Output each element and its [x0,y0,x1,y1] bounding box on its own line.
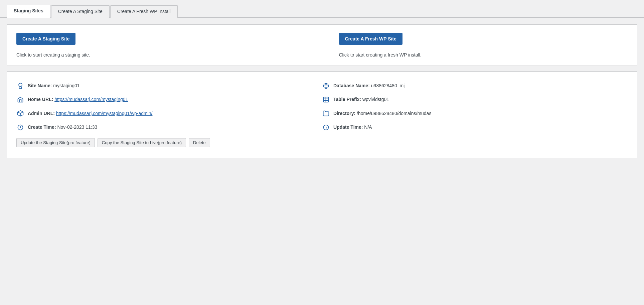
update-staging-button[interactable]: Update the Staging Site(pro feature) [16,138,95,147]
button-row: Create A Staging Site Click to start cre… [16,33,628,58]
tab-staging-sites[interactable]: Staging Sites [7,5,50,18]
update-time-label: Update Time: N/A [333,124,372,130]
create-staging-section: Create A Staging Site Click to start cre… [16,33,305,58]
clock-icon-create [16,123,24,130]
info-left: Site Name: mystaging01 [16,80,322,150]
directory-item: Directory: /home/u988628480/domains/muda… [322,110,628,117]
tabs-bar: Staging Sites Create A Staging Site Crea… [0,0,644,18]
table-prefix-label: Table Prefix: wpvividstg01_ [333,97,392,102]
clock-icon-update [322,123,330,130]
site-info-card: Site Name: mystaging01 [7,71,637,158]
table-prefix-item: Table Prefix: wpvividstg01_ [322,96,628,103]
create-time-label: Create Time: Nov-02-2023 11:33 [28,124,97,130]
directory-label: Directory: /home/u988628480/domains/muda… [333,111,431,116]
table-icon [322,96,330,103]
create-staging-button[interactable]: Create A Staging Site [16,33,75,45]
update-time-item: Update Time: N/A [322,123,628,130]
page-wrapper: Staging Sites Create A Staging Site Crea… [0,0,644,170]
admin-url-label: Admin URL: https://mudassarj.com/mystagi… [28,111,152,116]
content-area: Create A Staging Site Click to start cre… [0,18,644,170]
award-icon [16,82,24,89]
home-url-link[interactable]: https://mudassarj.com/mystaging01 [54,97,128,102]
fresh-description: Click to start creating a fresh WP insta… [339,52,628,58]
folder-icon [322,110,330,117]
create-buttons-card: Create A Staging Site Click to start cre… [7,24,637,66]
home-icon [16,96,24,103]
tab-fresh-wp[interactable]: Create A Fresh WP Install [110,5,178,18]
create-fresh-section: Create A Fresh WP Site Click to start cr… [339,33,628,58]
delete-button[interactable]: Delete [189,138,210,147]
site-name-label: Site Name: mystaging01 [28,83,80,88]
admin-url-item: Admin URL: https://mudassarj.com/mystagi… [16,110,322,117]
create-time-item: Create Time: Nov-02-2023 11:33 [16,123,322,130]
home-url-item: Home URL: https://mudassarj.com/mystagin… [16,96,322,103]
home-url-label: Home URL: https://mudassarj.com/mystagin… [28,97,128,102]
vertical-divider [322,33,322,58]
database-name-item: Database Name: u988628480_mj [322,82,628,89]
globe-icon [322,82,330,89]
admin-icon [16,110,24,117]
info-right: Database Name: u988628480_mj [322,80,628,150]
tab-create-staging[interactable]: Create A Staging Site [51,5,110,18]
create-fresh-wp-button[interactable]: Create A Fresh WP Site [339,33,402,45]
staging-description: Click to start creating a staging site. [16,52,305,58]
svg-point-0 [19,83,22,87]
info-grid: Site Name: mystaging01 [16,80,628,150]
admin-url-link[interactable]: https://mudassarj.com/mystaging01/wp-adm… [56,111,153,116]
site-name-item: Site Name: mystaging01 [16,82,322,89]
copy-to-live-button[interactable]: Copy the Staging Site to Live(pro featur… [98,138,186,147]
action-buttons: Update the Staging Site(pro feature) Cop… [16,138,322,147]
database-name-label: Database Name: u988628480_mj [333,83,405,88]
svg-rect-3 [324,97,329,102]
